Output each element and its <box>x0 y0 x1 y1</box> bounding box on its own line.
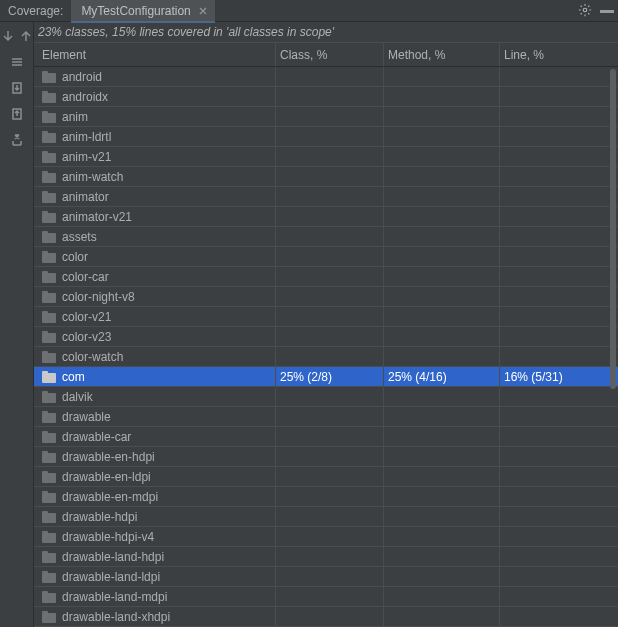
table-row[interactable]: drawable-land-ldpi <box>34 567 618 587</box>
table-row[interactable]: assets <box>34 227 618 247</box>
title-bar: Coverage: MyTestConfiguration <box>0 0 618 22</box>
table-row[interactable]: drawable-land-xhdpi <box>34 607 618 627</box>
element-name: drawable-land-xhdpi <box>62 610 170 624</box>
table-row[interactable]: drawable <box>34 407 618 427</box>
method-cell <box>384 407 500 426</box>
class-cell <box>276 447 384 466</box>
method-cell <box>384 347 500 366</box>
class-cell <box>276 407 384 426</box>
table-row[interactable]: drawable-land-hdpi <box>34 547 618 567</box>
scrollbar-thumb[interactable] <box>610 69 616 389</box>
export-icon[interactable] <box>9 132 25 148</box>
table-row[interactable]: drawable-en-mdpi <box>34 487 618 507</box>
class-cell <box>276 247 384 266</box>
class-cell <box>276 567 384 586</box>
class-cell <box>276 147 384 166</box>
method-cell <box>384 427 500 446</box>
folder-icon <box>42 431 56 443</box>
line-cell <box>500 67 614 86</box>
table-row[interactable]: anim-ldrtl <box>34 127 618 147</box>
folder-icon <box>42 191 56 203</box>
class-cell <box>276 287 384 306</box>
line-cell <box>500 327 614 346</box>
line-cell <box>500 187 614 206</box>
method-cell <box>384 327 500 346</box>
tool-gutter <box>0 22 34 627</box>
folder-icon <box>42 131 56 143</box>
table-row[interactable]: android <box>34 67 618 87</box>
arrow-up-icon[interactable] <box>18 28 34 44</box>
autoscroll-to-source-icon[interactable] <box>9 80 25 96</box>
class-cell: 25% (2/8) <box>276 367 384 386</box>
tab-configuration[interactable]: MyTestConfiguration <box>71 0 214 22</box>
table-row[interactable]: drawable-hdpi-v4 <box>34 527 618 547</box>
element-name: drawable-land-ldpi <box>62 570 160 584</box>
vertical-scrollbar[interactable] <box>610 69 616 627</box>
flatten-packages-icon[interactable] <box>9 54 25 70</box>
table-row[interactable]: drawable-car <box>34 427 618 447</box>
table-row[interactable]: color <box>34 247 618 267</box>
table-row[interactable]: anim <box>34 107 618 127</box>
table-row[interactable]: color-watch <box>34 347 618 367</box>
table-row[interactable]: color-v23 <box>34 327 618 347</box>
line-cell <box>500 347 614 366</box>
close-icon[interactable] <box>197 5 209 17</box>
table-row[interactable]: drawable-en-hdpi <box>34 447 618 467</box>
line-cell <box>500 167 614 186</box>
method-cell <box>384 227 500 246</box>
method-cell: 25% (4/16) <box>384 367 500 386</box>
element-name: anim-watch <box>62 170 123 184</box>
element-name: drawable-land-hdpi <box>62 550 164 564</box>
class-cell <box>276 307 384 326</box>
method-cell <box>384 187 500 206</box>
table-row[interactable]: drawable-en-ldpi <box>34 467 618 487</box>
gear-icon[interactable] <box>578 3 592 20</box>
header-method[interactable]: Method, % <box>384 43 500 66</box>
header-class[interactable]: Class, % <box>276 43 384 66</box>
method-cell <box>384 467 500 486</box>
method-cell <box>384 587 500 606</box>
class-cell <box>276 127 384 146</box>
element-name: drawable-en-ldpi <box>62 470 151 484</box>
class-cell <box>276 327 384 346</box>
element-name: animator-v21 <box>62 210 132 224</box>
class-cell <box>276 547 384 566</box>
table-row[interactable]: color-v21 <box>34 307 618 327</box>
method-cell <box>384 387 500 406</box>
folder-icon <box>42 171 56 183</box>
table-row[interactable]: color-night-v8 <box>34 287 618 307</box>
table-row[interactable]: androidx <box>34 87 618 107</box>
method-cell <box>384 167 500 186</box>
table-row[interactable]: com25% (2/8)25% (4/16)16% (5/31) <box>34 367 618 387</box>
table-row[interactable]: drawable-land-mdpi <box>34 587 618 607</box>
method-cell <box>384 567 500 586</box>
class-cell <box>276 207 384 226</box>
element-name: drawable-land-mdpi <box>62 590 167 604</box>
table-row[interactable]: color-car <box>34 267 618 287</box>
table-row[interactable]: drawable-hdpi <box>34 507 618 527</box>
table-row[interactable]: anim-watch <box>34 167 618 187</box>
tab-label: MyTestConfiguration <box>81 4 190 18</box>
class-cell <box>276 387 384 406</box>
table-row[interactable]: anim-v21 <box>34 147 618 167</box>
hide-icon[interactable] <box>600 10 614 13</box>
table-row[interactable]: dalvik <box>34 387 618 407</box>
table-row[interactable]: animator <box>34 187 618 207</box>
folder-icon <box>42 491 56 503</box>
class-cell <box>276 187 384 206</box>
svg-point-0 <box>583 8 587 12</box>
class-cell <box>276 167 384 186</box>
autoscroll-from-source-icon[interactable] <box>9 106 25 122</box>
folder-icon <box>42 531 56 543</box>
element-name: color-v21 <box>62 310 111 324</box>
header-element[interactable]: Element <box>34 43 276 66</box>
folder-icon <box>42 231 56 243</box>
method-cell <box>384 127 500 146</box>
folder-icon <box>42 71 56 83</box>
folder-icon <box>42 451 56 463</box>
coverage-summary: 23% classes, 15% lines covered in 'all c… <box>34 22 618 43</box>
line-cell <box>500 407 614 426</box>
header-line[interactable]: Line, % <box>500 43 614 66</box>
table-row[interactable]: animator-v21 <box>34 207 618 227</box>
arrow-down-icon[interactable] <box>0 28 16 44</box>
